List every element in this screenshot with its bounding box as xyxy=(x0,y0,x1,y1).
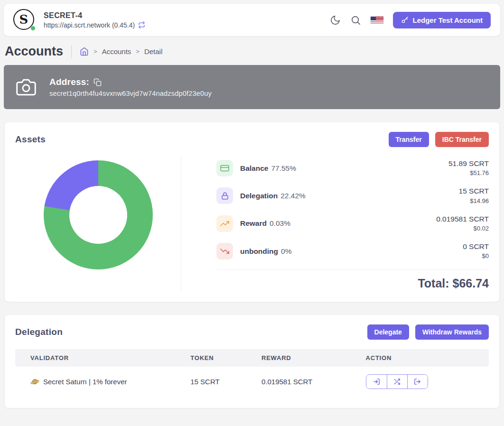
credit-card-icon xyxy=(216,160,233,176)
table-header-row: VALIDATOR TOKEN REWARD ACTION xyxy=(15,349,489,367)
col-token: TOKEN xyxy=(190,349,261,367)
address-label: Address: xyxy=(49,77,89,87)
address-block: Address: secret1q0rth4fu4svxnw63vjd7w74n… xyxy=(49,77,212,97)
copy-icon xyxy=(93,78,102,86)
assets-title: Assets xyxy=(15,134,46,145)
redelegate-action-button[interactable] xyxy=(387,375,407,389)
page-head: Accounts > Accounts > Detail xyxy=(5,44,499,59)
unbond-action-button[interactable] xyxy=(407,375,428,389)
legend-amount: 0.019581 SCRT xyxy=(436,214,489,224)
col-reward: REWARD xyxy=(261,349,366,367)
wallet-account-button[interactable]: Ledger Test Account xyxy=(393,12,491,28)
shuffle-icon xyxy=(393,378,401,385)
legend-usd: $0.02 xyxy=(436,224,489,233)
endpoint-text: https://api.scrt.network (0.45.4) xyxy=(44,21,135,29)
breadcrumb-accounts[interactable]: Accounts xyxy=(102,47,131,56)
home-icon[interactable] xyxy=(80,47,89,56)
assets-donut-chart xyxy=(44,160,153,269)
table-row: Secret Saturn | 1% forever 15 SCRT 0.019… xyxy=(15,367,489,397)
search-button[interactable] xyxy=(350,15,361,26)
assets-legend-column: Balance 77.55% 51.89 SCRT $51.76 Delegat… xyxy=(181,157,489,290)
col-validator: VALIDATOR xyxy=(15,349,190,367)
legend-percent: 22.42% xyxy=(280,192,306,200)
head-divider xyxy=(71,45,72,58)
chain-name: SECRET-4 xyxy=(44,11,145,20)
legend-label: Delegation xyxy=(240,192,278,200)
key-icon xyxy=(401,16,409,24)
switch-endpoint-icon[interactable] xyxy=(138,21,145,28)
account-address: secret1q0rth4fu4svxnw63vjd7w74nadzsdp0f2… xyxy=(49,90,212,97)
legend-usd: $14.96 xyxy=(459,197,489,206)
address-banner: Address: secret1q0rth4fu4svxnw63vjd7w74n… xyxy=(4,65,500,109)
online-status-dot xyxy=(30,26,36,31)
legend-item-balance: Balance 77.55% 51.89 SCRT $51.76 xyxy=(216,158,489,178)
top-bar-actions: Ledger Test Account xyxy=(330,12,491,28)
crumb-separator: > xyxy=(93,48,97,55)
assets-card: Assets Transfer IBC Transfer Balance 77.… xyxy=(5,122,499,302)
delegate-action-button[interactable] xyxy=(366,375,387,389)
page-title: Accounts xyxy=(5,44,63,59)
col-action: ACTION xyxy=(366,349,489,367)
camera-icon xyxy=(16,77,36,97)
delegation-action-group xyxy=(366,374,428,389)
language-flag-us[interactable] xyxy=(371,17,383,24)
chain-meta: SECRET-4 https://api.scrt.network (0.45.… xyxy=(44,11,145,29)
breadcrumb-detail: Detail xyxy=(144,47,162,56)
validator-name-link[interactable]: Secret Saturn | 1% forever xyxy=(43,378,127,386)
legend-label: unbonding xyxy=(240,247,278,256)
crumb-separator: > xyxy=(136,48,140,55)
legend-amount: 15 SCRT xyxy=(459,186,489,196)
legend-item-unbonding: unbonding 0% 0 SCRT $0 xyxy=(216,241,489,261)
reward-amount: 0.019581 SCRT xyxy=(261,367,366,397)
assets-chart-column xyxy=(15,157,181,290)
moon-icon xyxy=(330,15,341,26)
legend-usd: $51.76 xyxy=(448,169,489,178)
legend-item-delegation: Delegation 22.42% 15 SCRT $14.96 xyxy=(216,186,489,205)
delegate-button[interactable]: Delegate xyxy=(367,324,409,340)
legend-item-reward: Reward 0.03% 0.019581 SCRT $0.02 xyxy=(216,214,489,233)
transfer-button[interactable]: Transfer xyxy=(389,132,429,147)
trending-down-icon xyxy=(216,243,233,259)
chain-logo[interactable]: S xyxy=(13,9,35,31)
dark-mode-toggle[interactable] xyxy=(330,15,341,26)
ringed-planet-icon xyxy=(30,377,39,386)
withdraw-rewards-button[interactable]: Withdraw Rewards xyxy=(415,324,489,340)
chain-endpoint: https://api.scrt.network (0.45.4) xyxy=(44,21,145,29)
search-icon xyxy=(350,15,361,26)
log-out-icon xyxy=(414,378,421,385)
log-in-icon xyxy=(373,378,380,385)
top-bar: S SECRET-4 https://api.scrt.network (0.4… xyxy=(4,4,500,36)
legend-amount: 51.89 SCRT xyxy=(448,158,489,169)
delegation-table: VALIDATOR TOKEN REWARD ACTION Secret Sat… xyxy=(15,349,489,397)
ibc-transfer-button[interactable]: IBC Transfer xyxy=(435,132,489,147)
trending-up-icon xyxy=(216,215,233,232)
legend-label: Balance xyxy=(240,164,268,173)
delegation-card: Delegation Delegate Withdraw Rewards VAL… xyxy=(5,315,499,408)
wallet-button-label: Ledger Test Account xyxy=(412,16,483,24)
legend-label: Reward xyxy=(240,219,267,228)
legend-usd: $0 xyxy=(463,252,489,261)
copy-address-button[interactable] xyxy=(93,78,102,86)
lock-icon xyxy=(216,187,233,204)
token-amount: 15 SCRT xyxy=(190,367,261,397)
legend-percent: 0.03% xyxy=(270,219,290,228)
delegation-title: Delegation xyxy=(15,327,63,337)
legend-percent: 77.55% xyxy=(271,164,296,173)
breadcrumb: > Accounts > Detail xyxy=(80,47,162,56)
legend-amount: 0 SCRT xyxy=(463,241,489,252)
legend-percent: 0% xyxy=(281,247,291,256)
assets-total: Total: $66.74 xyxy=(216,269,489,290)
